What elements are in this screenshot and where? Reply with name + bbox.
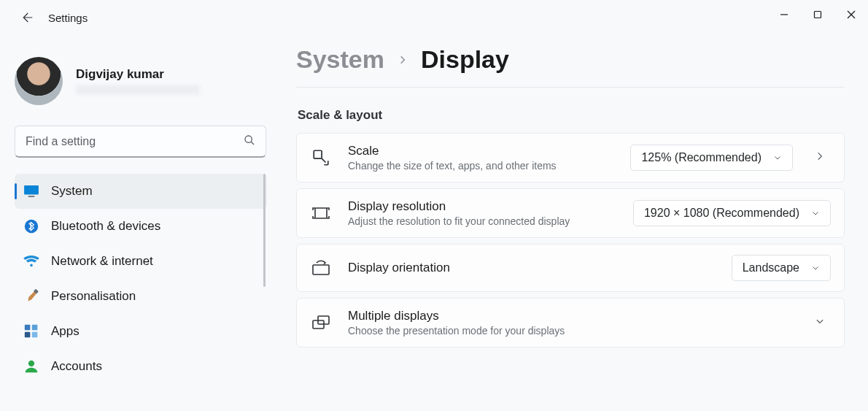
breadcrumb-parent[interactable]: System	[296, 45, 384, 74]
window-controls	[767, 0, 868, 29]
paintbrush-icon	[23, 288, 39, 304]
card-subtitle: Choose the presentation mode for your di…	[348, 325, 793, 337]
svg-rect-15	[314, 150, 322, 158]
svg-rect-17	[313, 265, 329, 274]
breadcrumb: System Display	[296, 45, 845, 88]
back-button[interactable]	[15, 6, 38, 29]
titlebar: Settings	[0, 0, 868, 35]
svg-line-5	[251, 142, 254, 145]
sidebar-item-network[interactable]: Network & internet	[15, 244, 267, 279]
svg-rect-12	[25, 332, 31, 338]
scale-icon	[310, 147, 332, 169]
resolution-dropdown[interactable]: 1920 × 1080 (Recommended)	[633, 200, 831, 226]
profile-email-redacted	[76, 85, 200, 95]
close-button[interactable]	[834, 0, 868, 29]
svg-rect-6	[24, 185, 39, 195]
section-title: Scale & layout	[298, 108, 859, 123]
svg-point-4	[245, 136, 252, 142]
chevron-down-icon	[811, 264, 820, 272]
svg-rect-16	[315, 208, 327, 218]
wifi-icon	[23, 253, 39, 269]
resolution-card[interactable]: Display resolution Adjust the resolution…	[296, 188, 845, 238]
minimize-button[interactable]	[767, 0, 801, 29]
monitor-icon	[23, 183, 39, 199]
profile[interactable]: Digvijay kumar	[15, 51, 277, 126]
dropdown-value: Landscape	[743, 261, 799, 274]
multiple-displays-icon	[310, 312, 332, 334]
sidebar-item-label: Bluetooth & devices	[51, 219, 160, 234]
multiple-displays-card[interactable]: Multiple displays Choose the presentatio…	[296, 298, 845, 347]
person-icon	[23, 358, 39, 374]
svg-rect-11	[32, 325, 38, 331]
sidebar-item-label: Personalisation	[51, 289, 136, 304]
scale-card[interactable]: Scale Change the size of text, apps, and…	[296, 133, 845, 183]
sidebar-item-personalisation[interactable]: Personalisation	[15, 279, 267, 314]
sidebar-item-label: Apps	[51, 324, 80, 339]
sidebar-item-label: Network & internet	[51, 254, 153, 269]
bluetooth-icon	[23, 218, 39, 234]
dropdown-value: 125% (Recommended)	[641, 151, 762, 164]
avatar	[15, 57, 63, 105]
expand-button[interactable]	[815, 316, 831, 329]
sidebar: Digvijay kumar System Bluetooth & device…	[0, 44, 277, 384]
sidebar-item-system[interactable]: System	[15, 174, 267, 209]
sidebar-item-label: Accounts	[51, 359, 102, 374]
expand-button[interactable]	[815, 151, 831, 164]
chevron-right-icon	[398, 50, 408, 69]
svg-rect-10	[25, 325, 31, 331]
sidebar-item-accounts[interactable]: Accounts	[15, 349, 267, 384]
svg-point-8	[25, 220, 38, 233]
orientation-dropdown[interactable]: Landscape	[732, 255, 831, 281]
scale-dropdown[interactable]: 125% (Recommended)	[630, 145, 793, 171]
resolution-icon	[310, 202, 332, 224]
dropdown-value: 1920 × 1080 (Recommended)	[644, 207, 799, 220]
search-icon	[244, 134, 255, 149]
nav-scrollbar[interactable]	[263, 174, 266, 287]
maximize-button[interactable]	[801, 0, 834, 29]
app-title: Settings	[48, 12, 88, 24]
chevron-down-icon	[811, 209, 820, 218]
search-box[interactable]	[15, 126, 266, 158]
card-title: Scale	[348, 144, 614, 158]
orientation-icon	[310, 257, 332, 279]
chevron-down-icon	[773, 153, 782, 162]
card-title: Display resolution	[348, 199, 617, 214]
card-title: Multiple displays	[348, 309, 793, 323]
apps-icon	[23, 323, 39, 339]
main-content: System Display Scale & layout Scale Chan…	[296, 45, 859, 411]
svg-rect-7	[28, 196, 35, 197]
svg-point-14	[28, 361, 34, 366]
card-title: Display orientation	[348, 261, 716, 275]
sidebar-item-bluetooth[interactable]: Bluetooth & devices	[15, 209, 267, 244]
breadcrumb-current: Display	[421, 45, 509, 74]
profile-name: Digvijay kumar	[76, 67, 200, 82]
card-subtitle: Adjust the resolution to fit your connec…	[348, 215, 617, 227]
card-subtitle: Change the size of text, apps, and other…	[348, 160, 614, 172]
sidebar-item-apps[interactable]: Apps	[15, 314, 267, 349]
svg-rect-1	[815, 12, 821, 18]
nav-list: System Bluetooth & devices Network & int…	[15, 174, 277, 384]
sidebar-item-label: System	[51, 184, 93, 199]
orientation-card[interactable]: Display orientation Landscape	[296, 244, 845, 292]
svg-rect-13	[32, 332, 38, 338]
search-input[interactable]	[26, 135, 244, 148]
